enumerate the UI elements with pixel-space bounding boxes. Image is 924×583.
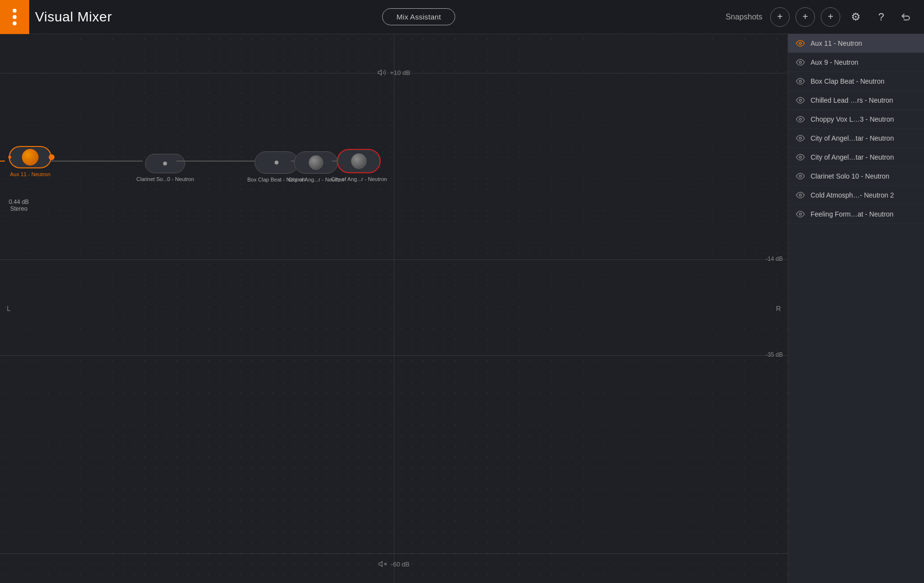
eye-icon-boxclap [796, 77, 805, 86]
left-label: L [7, 305, 11, 312]
svg-point-12 [799, 194, 802, 197]
sidebar-item-aux9[interactable]: Aux 9 - Neutron [788, 53, 924, 72]
db-label-mid: -14 dB [766, 255, 783, 262]
logo-dots [13, 9, 17, 25]
aux11-info: 0.44 dB Stereo [9, 199, 29, 212]
aux11-db-value: 0.44 dB [9, 199, 29, 205]
app-title: Visual Mixer [35, 9, 112, 25]
sidebar-item-boxclap[interactable]: Box Clap Beat - Neutron [788, 72, 924, 91]
sidebar-label-aux11: Aux 11 - Neutron [811, 39, 862, 47]
sidebar-item-coldatmosph[interactable]: Cold Atmosph…- Neutron 2 [788, 186, 924, 205]
svg-point-6 [799, 80, 802, 83]
clarinet-label: Clarinet So...0 - Neutron [136, 176, 194, 182]
svg-point-10 [799, 156, 802, 159]
logo-dot-3 [13, 21, 17, 25]
track-node-city2[interactable]: City of Ang...r - Neutron [331, 149, 387, 182]
eye-icon-city1 [796, 134, 805, 143]
city1-knob[interactable] [309, 155, 323, 170]
sidebar-label-city1: City of Angel…tar - Neutron [811, 134, 894, 142]
volume-top-indicator: +10 dB [377, 68, 410, 77]
eye-icon-choppyvox [796, 115, 805, 124]
svg-point-7 [799, 99, 802, 102]
header-center: Mix Assistant [112, 8, 725, 25]
city2-capsule[interactable] [337, 149, 381, 173]
header-right: Snapshots + + + ⚙ ? [725, 7, 916, 27]
aux11-label: Aux 11 - Neutron [10, 171, 50, 177]
sidebar-item-city2[interactable]: City of Angel…tar - Neutron [788, 148, 924, 167]
sidebar-label-coldatmosph: Cold Atmosph…- Neutron 2 [811, 191, 894, 199]
undo-button[interactable] [897, 7, 916, 27]
aux11-orange-dot [49, 154, 55, 160]
grid-line-mid [0, 259, 788, 260]
sidebar-label-boxclap: Box Clap Beat - Neutron [811, 77, 885, 85]
eye-icon-feelingform [796, 210, 805, 219]
canvas-area[interactable]: +10 dB -60 dB -14 dB -35 dB L R [0, 34, 788, 583]
add-button-2[interactable]: + [821, 7, 840, 27]
right-label: R [776, 305, 781, 312]
sidebar-label-aux9: Aux 9 - Neutron [811, 58, 858, 66]
volume-bottom-indicator: -60 dB [378, 560, 409, 568]
sidebar-item-city1[interactable]: City of Angel…tar - Neutron [788, 129, 924, 148]
sidebar-item-aux11[interactable]: Aux 11 - Neutron [788, 34, 924, 53]
svg-point-11 [799, 175, 802, 178]
svg-point-5 [799, 61, 802, 64]
clarinet-dot [163, 162, 167, 165]
city2-label: City of Ang...r - Neutron [331, 176, 387, 182]
settings-button[interactable]: ⚙ [846, 7, 866, 27]
svg-point-9 [799, 137, 802, 140]
clarinet-capsule[interactable] [145, 154, 185, 173]
eye-icon-aux9 [796, 58, 805, 67]
snapshots-label: Snapshots [725, 13, 762, 21]
speaker-icon-top [377, 68, 386, 77]
eye-icon-clarinetsolo [796, 172, 805, 181]
grid-lines [0, 34, 788, 583]
eye-icon-city2 [796, 153, 805, 162]
mix-assistant-button[interactable]: Mix Assistant [382, 8, 455, 25]
logo-dot-2 [13, 15, 17, 19]
eye-icon-coldatmosph [796, 191, 805, 200]
svg-point-13 [799, 213, 802, 216]
header: Visual Mixer Mix Assistant Snapshots + +… [0, 0, 924, 34]
sidebar-item-choppyvox[interactable]: Choppy Vox L…3 - Neutron [788, 110, 924, 129]
connector-aux11-clarinet [51, 161, 143, 162]
app-logo [0, 0, 29, 34]
eye-icon-chilledlead [796, 96, 805, 105]
grid-line-bottom [0, 553, 788, 554]
svg-point-4 [799, 42, 802, 45]
connector-clarinet-boxclap [176, 161, 257, 162]
svg-point-8 [799, 118, 802, 121]
eye-icon-aux11 [796, 39, 805, 48]
aux11-connector-left [0, 161, 5, 162]
track-node-clarinet[interactable]: Clarinet So...0 - Neutron [136, 154, 194, 182]
aux11-knob[interactable] [22, 149, 38, 165]
sidebar-item-chilledlead[interactable]: Chilled Lead …rs - Neutron [788, 91, 924, 110]
sidebar-label-feelingform: Feeling Form…at - Neutron [811, 210, 893, 218]
sidebar-label-city2: City of Angel…tar - Neutron [811, 153, 894, 161]
help-button[interactable]: ? [871, 7, 891, 27]
center-vertical-line [394, 34, 394, 583]
grid-line-lower [0, 355, 788, 356]
db-label-lower: -35 dB [766, 351, 783, 358]
sidebar: Aux 11 - Neutron Aux 9 - Neutron Box Cla… [788, 34, 924, 583]
aux11-channel: Stereo [9, 205, 29, 212]
undo-icon [901, 11, 912, 23]
track-node-aux11[interactable]: Aux 11 - Neutron [9, 146, 52, 177]
svg-marker-1 [379, 562, 382, 567]
add-snapshot-button[interactable]: + [770, 7, 790, 27]
speaker-muted-icon [378, 560, 387, 568]
aux11-capsule[interactable] [9, 146, 52, 168]
boxclap-dot [275, 161, 278, 164]
db-bottom-label: -60 dB [391, 561, 409, 568]
main: +10 dB -60 dB -14 dB -35 dB L R [0, 34, 924, 583]
sidebar-item-clarinetsolo[interactable]: Clarinet Solo 10 - Neutron [788, 167, 924, 186]
sidebar-label-clarinetsolo: Clarinet Solo 10 - Neutron [811, 172, 889, 180]
add-track-button[interactable]: + [795, 7, 815, 27]
aux11-left-dot [8, 156, 11, 159]
sidebar-item-feelingform[interactable]: Feeling Form…at - Neutron [788, 205, 924, 224]
db-top-label: +10 dB [390, 69, 410, 76]
city2-knob[interactable] [351, 153, 367, 169]
sidebar-label-choppyvox: Choppy Vox L…3 - Neutron [811, 115, 894, 123]
logo-dot-1 [13, 9, 17, 13]
svg-marker-0 [378, 70, 382, 75]
sidebar-label-chilledlead: Chilled Lead …rs - Neutron [811, 96, 893, 104]
